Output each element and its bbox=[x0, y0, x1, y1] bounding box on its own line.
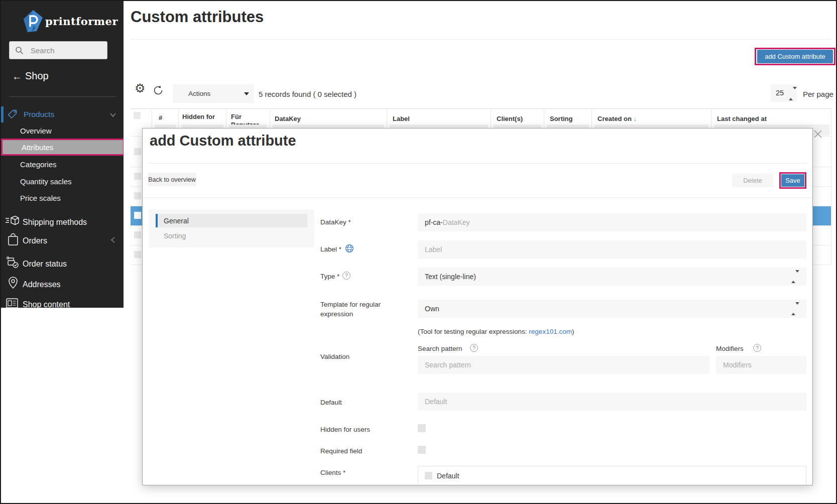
modifiers-label: Modifiers bbox=[716, 345, 744, 352]
sidebar-divider bbox=[9, 96, 115, 97]
sidebar-item-shipping-methods[interactable]: Shipping methods bbox=[23, 218, 87, 227]
select-spinner-icon bbox=[791, 273, 795, 281]
search-input[interactable]: Search bbox=[9, 41, 107, 59]
clients-label: Clients * bbox=[320, 469, 345, 476]
template-label: Template for regular expression bbox=[320, 300, 406, 319]
sort-desc-icon: ↓ bbox=[634, 115, 637, 122]
hidden-for-users-label: Hidden for users bbox=[320, 426, 370, 433]
column-header-hidden-for[interactable]: Hidden for bbox=[182, 113, 215, 121]
search-pattern-input[interactable]: Search pattern bbox=[418, 356, 709, 374]
modal-side-nav: General Sorting bbox=[149, 209, 314, 247]
search-placeholder: Search bbox=[31, 46, 55, 55]
sidebar-item-overview[interactable]: Overview bbox=[20, 127, 52, 135]
regex-tool-note: (Tool for testing regular expressions: r… bbox=[418, 328, 574, 335]
clients-options-box: Default bbox=[418, 466, 806, 485]
client-default-checkbox[interactable] bbox=[425, 472, 432, 479]
row-checkbox[interactable] bbox=[134, 212, 141, 219]
select-all-checkbox[interactable] bbox=[134, 112, 141, 119]
hidden-for-users-checkbox[interactable] bbox=[418, 424, 426, 432]
search-icon bbox=[15, 46, 24, 55]
active-section-bar bbox=[1, 106, 4, 122]
sidebar-item-attributes[interactable]: Attributes bbox=[22, 143, 53, 152]
records-count-text: 5 records found ( 0 selected ) bbox=[259, 90, 356, 98]
row-checkbox[interactable] bbox=[134, 148, 141, 155]
select-spinner-icon bbox=[791, 305, 795, 313]
type-label: Type * bbox=[320, 273, 339, 280]
sidebar-item-orders[interactable]: Orders bbox=[23, 236, 47, 245]
screenshot-frame: printformer Search ← Shop Products Overv… bbox=[0, 0, 837, 504]
regex101-link[interactable]: regex101.com bbox=[529, 328, 572, 335]
actions-dropdown-label: Actions bbox=[188, 90, 210, 97]
save-button[interactable]: Save bbox=[781, 174, 804, 187]
table-top-border bbox=[131, 108, 831, 109]
sidebar: printformer Search ← Shop Products Overv… bbox=[1, 1, 124, 308]
modal-title: add Custom attribute bbox=[150, 133, 296, 149]
search-pattern-label: Search pattern bbox=[418, 345, 462, 352]
tag-icon bbox=[8, 109, 18, 119]
add-custom-attribute-button[interactable]: add Custom attribute bbox=[757, 50, 833, 63]
column-header-sorting[interactable]: Sorting bbox=[550, 115, 573, 123]
per-page-select[interactable]: 25 bbox=[771, 84, 797, 102]
label-input[interactable]: Label bbox=[418, 240, 806, 259]
logo-text: printformer bbox=[45, 15, 118, 28]
order-status-icon bbox=[6, 256, 20, 269]
column-header-number[interactable]: # bbox=[159, 114, 162, 122]
row-checkbox[interactable] bbox=[134, 192, 141, 199]
sidebar-item-products[interactable]: Products bbox=[24, 110, 54, 119]
sidebar-back-shop[interactable]: Shop bbox=[25, 70, 49, 82]
datakey-input[interactable]: pf-ca-DataKey bbox=[418, 213, 806, 231]
sidebar-item-categories[interactable]: Categories bbox=[20, 160, 57, 169]
actions-dropdown[interactable]: Actions bbox=[173, 84, 254, 103]
shop-content-icon bbox=[6, 298, 19, 308]
column-header-datakey[interactable]: DataKey bbox=[275, 115, 301, 123]
globe-icon[interactable] bbox=[345, 244, 354, 253]
caret-down-icon bbox=[244, 92, 249, 95]
sidebar-item-shop-content[interactable]: Shop content bbox=[23, 300, 70, 308]
sidebar-item-order-status[interactable]: Order status bbox=[23, 260, 67, 269]
sidebar-item-price-scales[interactable]: Price scales bbox=[20, 194, 61, 202]
refresh-icon[interactable] bbox=[153, 85, 164, 96]
client-default-label: Default bbox=[437, 472, 459, 480]
modal-nav-general[interactable]: General bbox=[156, 214, 307, 227]
back-to-overview-button[interactable]: Back to overview bbox=[148, 173, 196, 186]
required-field-label: Required field bbox=[320, 447, 362, 455]
shipping-box-icon bbox=[5, 215, 19, 228]
column-header-created-on[interactable]: Created on ↓ bbox=[597, 115, 637, 123]
printformer-logo-icon bbox=[22, 9, 45, 34]
chevron-left-icon[interactable] bbox=[110, 236, 115, 243]
validation-label: Validation bbox=[320, 353, 349, 360]
per-page-label: Per page bbox=[803, 90, 833, 98]
datakey-label: DataKey * bbox=[320, 218, 351, 226]
modifiers-input[interactable]: Modifiers bbox=[716, 356, 806, 374]
chevron-down-icon[interactable] bbox=[109, 112, 116, 117]
sidebar-item-addresses[interactable]: Addresses bbox=[23, 280, 61, 289]
modifiers-help-icon[interactable]: ? bbox=[753, 344, 761, 352]
add-custom-attribute-modal: add Custom attribute Back to overview De… bbox=[142, 128, 813, 485]
type-select[interactable]: Text (single-line) bbox=[418, 268, 806, 286]
type-help-icon[interactable]: ? bbox=[342, 272, 350, 280]
location-pin-icon bbox=[8, 276, 19, 291]
default-input[interactable]: Default bbox=[418, 393, 806, 411]
close-icon[interactable] bbox=[813, 129, 823, 139]
search-pattern-help-icon[interactable]: ? bbox=[470, 344, 478, 352]
column-header-clients[interactable]: Client(s) bbox=[497, 115, 523, 123]
row-checkbox[interactable] bbox=[134, 251, 141, 258]
select-spinner-icon bbox=[789, 89, 793, 98]
label-field-label: Label * bbox=[320, 245, 341, 253]
modal-nav-sorting[interactable]: Sorting bbox=[164, 232, 186, 240]
sidebar-item-attributes-highlight[interactable]: Attributes bbox=[1, 139, 124, 156]
per-page-value: 25 bbox=[776, 89, 784, 97]
gear-icon[interactable]: ⚙ bbox=[135, 81, 146, 95]
title-divider bbox=[131, 39, 831, 40]
delete-button[interactable]: Delete bbox=[732, 174, 773, 187]
sidebar-item-quantity-sacles[interactable]: Quantity sacles bbox=[20, 177, 72, 186]
row-checkbox[interactable] bbox=[134, 231, 141, 238]
template-select[interactable]: Own bbox=[418, 300, 806, 318]
required-field-checkbox[interactable] bbox=[418, 446, 426, 454]
back-arrow-icon[interactable]: ← bbox=[12, 71, 22, 82]
row-checkbox[interactable] bbox=[134, 173, 141, 180]
page-title: Custom attributes bbox=[131, 8, 264, 26]
shopping-bag-icon bbox=[7, 232, 19, 246]
column-header-label[interactable]: Label bbox=[393, 115, 410, 123]
column-header-last-changed[interactable]: Last changed at bbox=[717, 115, 767, 123]
